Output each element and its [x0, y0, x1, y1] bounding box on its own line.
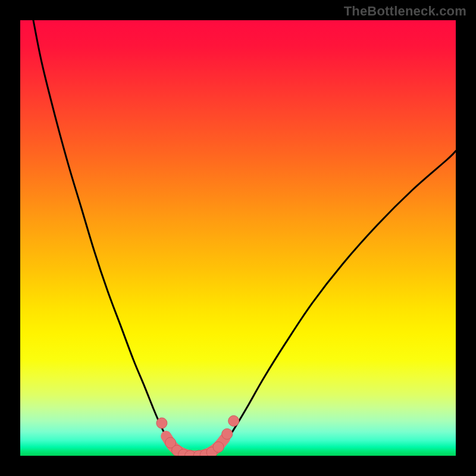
svg-point-10 — [228, 415, 239, 426]
chart-svg — [20, 20, 456, 456]
svg-point-9 — [222, 428, 233, 439]
svg-point-0 — [156, 418, 167, 428]
bottleneck-curve — [33, 20, 456, 453]
watermark-text: TheBottleneck.com — [344, 4, 466, 19]
chart-plot-area — [20, 20, 456, 456]
chart-frame: TheBottleneck.com — [0, 0, 476, 476]
svg-point-8 — [213, 441, 224, 452]
